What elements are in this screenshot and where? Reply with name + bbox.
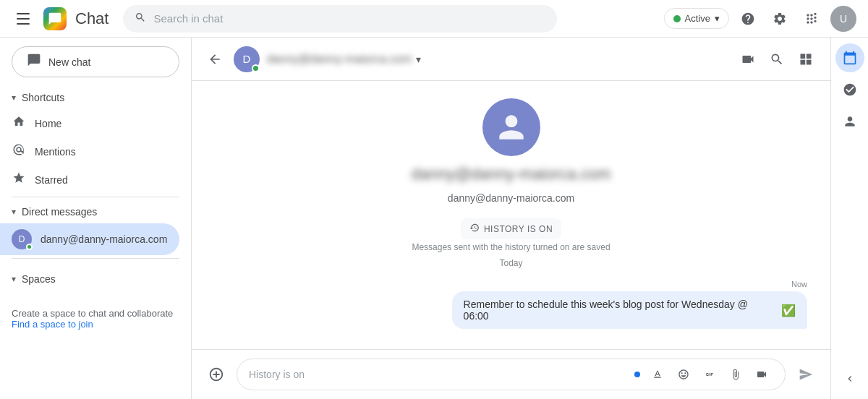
chat-contact-avatar: D: [234, 46, 260, 72]
starred-label: Starred: [35, 174, 68, 186]
profile-avatar: [482, 98, 540, 156]
app-title: Chat: [75, 9, 109, 28]
home-label: Home: [35, 118, 61, 129]
dm-status-dot: [26, 244, 33, 250]
message-text: Remember to schedule this week's blog po…: [464, 299, 775, 322]
right-panel: [830, 38, 868, 399]
starred-icon: [12, 171, 26, 188]
chat-contact-name-wrap[interactable]: danny@danny-maiorca.com ▾: [267, 53, 421, 66]
user-avatar[interactable]: U: [830, 6, 856, 32]
split-view-button[interactable]: [793, 46, 819, 72]
search-bar[interactable]: [123, 5, 557, 33]
messages-area: danny@danny-maiorca.com danny@danny-maio…: [192, 81, 830, 349]
search-input[interactable]: [153, 12, 545, 25]
shortcuts-section-header[interactable]: ▾ Shortcuts: [0, 86, 191, 109]
video-call-button[interactable]: [735, 46, 761, 72]
top-bar: Chat Active ▾ U: [0, 0, 868, 38]
status-label: Active: [685, 13, 710, 24]
sidebar-divider: [12, 197, 179, 197]
upload-button[interactable]: [724, 363, 747, 386]
chat-area: D danny@danny-maiorca.com ▾: [192, 38, 830, 399]
message-emoji-icon: ✅: [781, 304, 796, 317]
history-badge: HISTORY IS ON: [461, 218, 561, 239]
status-button[interactable]: Active ▾: [664, 8, 729, 29]
hamburger-button[interactable]: [12, 7, 35, 30]
history-icon: [469, 223, 480, 235]
spaces-section: ▾ Spaces Create a space to chat and coll…: [0, 267, 191, 332]
help-button[interactable]: [735, 6, 761, 32]
create-space-text: Create a space to chat and collaborate F…: [0, 291, 191, 332]
mentions-label: Mentions: [35, 146, 76, 158]
gif-button[interactable]: [698, 363, 721, 386]
dm-section-label: Direct messages: [22, 206, 97, 218]
today-label: Today: [499, 258, 522, 268]
right-panel-expand-button[interactable]: [835, 364, 864, 393]
right-panel-tasks-tab[interactable]: [835, 75, 864, 104]
message-input-wrap[interactable]: [237, 359, 786, 390]
app-logo: [43, 7, 67, 30]
chat-header-actions: [735, 46, 819, 72]
top-right-actions: Active ▾ U: [664, 6, 856, 32]
back-button[interactable]: [203, 48, 226, 71]
add-attachment-button[interactable]: [203, 361, 229, 387]
start-video-button[interactable]: [750, 363, 773, 386]
shortcuts-label: Shortcuts: [22, 92, 64, 103]
chat-header: D danny@danny-maiorca.com ▾: [192, 38, 830, 81]
sidebar: New chat ▾ Shortcuts Home Mentions Starr…: [0, 38, 192, 399]
sidebar-item-mentions[interactable]: Mentions: [0, 137, 179, 166]
message-time: Now: [791, 280, 807, 288]
search-in-chat-button[interactable]: [764, 46, 790, 72]
sidebar-item-starred[interactable]: Starred: [0, 166, 179, 194]
right-panel-contacts-tab[interactable]: [835, 107, 864, 136]
profile-name-blurred: danny@danny-maiorca.com: [412, 165, 610, 184]
search-icon: [135, 12, 146, 26]
input-area: [192, 349, 830, 399]
main-content: New chat ▾ Shortcuts Home Mentions Starr…: [0, 38, 868, 399]
contact-profile: danny@danny-maiorca.com danny@danny-maio…: [412, 98, 610, 204]
format-text-button[interactable]: [646, 363, 669, 386]
sidebar-item-home[interactable]: Home: [0, 109, 179, 137]
history-sub-text: Messages sent with the history turned on…: [412, 242, 610, 252]
new-chat-label: New chat: [48, 56, 90, 68]
sidebar-divider-2: [12, 258, 179, 259]
spaces-section-header[interactable]: ▾ Spaces: [0, 267, 191, 291]
find-space-link[interactable]: Find a space to join: [12, 319, 93, 330]
right-panel-calendar-tab[interactable]: [835, 43, 864, 72]
message-bubble: Remember to schedule this week's blog po…: [452, 291, 807, 329]
mentions-icon: [12, 143, 26, 160]
message-item: Now Remember to schedule this week's blo…: [452, 280, 807, 329]
spaces-label: Spaces: [22, 273, 56, 285]
dm-chevron-icon: ▾: [12, 207, 16, 217]
dm-section-header[interactable]: ▾ Direct messages: [0, 200, 191, 223]
dm-contact-label: danny@danny-maiorca.com: [41, 233, 167, 245]
home-icon: [12, 115, 26, 132]
profile-email: danny@danny-maiorca.com: [448, 192, 574, 204]
chat-contact-status-dot: [252, 64, 260, 72]
shortcuts-chevron-icon: ▾: [12, 93, 16, 103]
settings-button[interactable]: [767, 6, 793, 32]
messages-list: Now Remember to schedule this week's blo…: [192, 280, 830, 329]
new-chat-button[interactable]: New chat: [12, 46, 179, 77]
message-input[interactable]: [249, 369, 629, 380]
input-action-buttons: [646, 363, 773, 386]
dm-contact-avatar: D: [12, 229, 32, 249]
sidebar-item-dm-danny[interactable]: D danny@danny-maiorca.com: [0, 223, 179, 255]
emoji-button[interactable]: [672, 363, 695, 386]
history-on-indicator: [634, 372, 640, 377]
apps-button[interactable]: [799, 6, 825, 32]
history-text: HISTORY IS ON: [484, 224, 553, 234]
status-chevron-icon: ▾: [715, 13, 720, 24]
send-button[interactable]: [793, 361, 819, 387]
new-chat-icon: [27, 53, 41, 71]
chat-contact-name: danny@danny-maiorca.com: [267, 53, 412, 66]
contact-dropdown-icon: ▾: [416, 53, 421, 65]
status-dot: [673, 15, 681, 22]
spaces-chevron-icon: ▾: [12, 274, 16, 284]
